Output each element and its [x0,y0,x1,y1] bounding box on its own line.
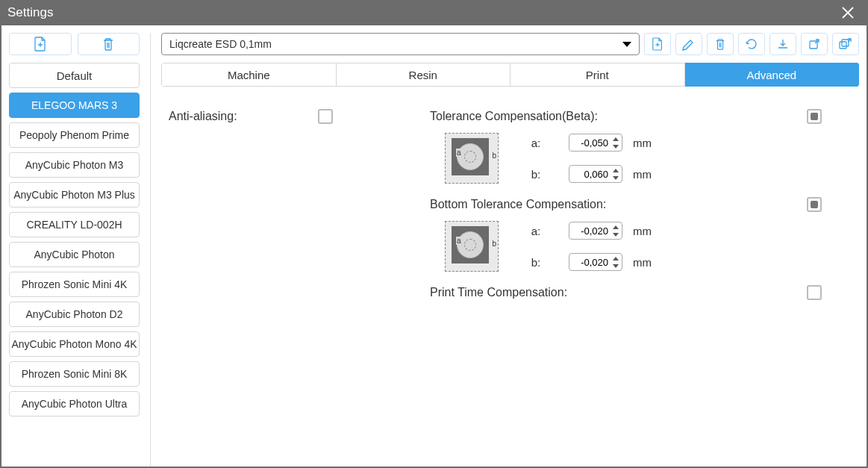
printer-item-1[interactable]: Peopoly Phenom Prime [9,122,140,148]
bottom-tol-b-down[interactable] [611,262,621,269]
printer-item-7[interactable]: AnyCubic Photon D2 [9,302,140,327]
profile-selected-label: Liqcreate ESD 0,1mm [169,38,272,50]
trash-icon [102,37,115,52]
default-button[interactable]: Default [9,63,140,88]
new-profile-button[interactable] [644,33,671,55]
close-icon [841,6,855,19]
bottom-tolerance-b-label: b: [513,256,558,269]
export-all-icon [838,37,853,51]
tabs: Machine Resin Print Advanced [161,63,859,87]
pencil-icon [682,37,696,51]
tolerance-comp-label: Tolerance Compensation(Beta): [430,110,598,123]
print-time-comp-checkbox[interactable] [807,285,822,300]
export-all-button[interactable] [832,33,859,55]
vertical-divider [150,33,151,467]
unit-label: mm [633,137,652,149]
tab-resin[interactable]: Resin [337,63,511,87]
import-icon [776,37,790,51]
file-plus-icon [652,37,664,51]
tolerance-a-up[interactable] [611,135,621,143]
profile-select[interactable]: Liqcreate ESD 0,1mm [161,33,640,55]
svg-rect-2 [842,40,849,46]
printer-item-6[interactable]: Phrozen Sonic Mini 4K [9,272,140,297]
refresh-button[interactable] [738,33,765,55]
tolerance-b-down[interactable] [611,174,621,181]
bottom-tolerance-a-label: a: [513,225,558,237]
bottom-tolerance-comp-checkbox[interactable] [807,197,822,212]
printer-item-3[interactable]: AnyCubic Photon M3 Plus [9,182,140,208]
tolerance-b-up[interactable] [611,166,621,174]
delete-profile-button[interactable] [707,33,734,55]
bottom-tol-b-up[interactable] [611,255,621,262]
print-time-comp-label: Print Time Compensation: [430,286,567,299]
trash-icon [714,37,726,51]
anti-aliasing-label: Anti-aliasing: [169,110,237,123]
tab-machine[interactable]: Machine [161,63,337,87]
unit-label: mm [633,168,652,181]
tolerance-b-label: b: [513,168,558,181]
printer-item-8[interactable]: AnyCubic Photon Mono 4K [9,331,140,357]
sidebar: Default ELEGOO MARS 3 Peopoly Phenom Pri… [9,33,140,467]
printer-item-2[interactable]: AnyCubic Photon M3 [9,152,140,178]
add-printer-button[interactable] [9,33,72,55]
tolerance-a-down[interactable] [611,143,621,150]
printer-item-0[interactable]: ELEGOO MARS 3 [9,93,140,118]
window-title: Settings [7,5,835,20]
edit-profile-button[interactable] [675,33,702,55]
file-plus-icon [34,37,47,52]
bottom-tol-a-down[interactable] [611,231,621,238]
tab-print[interactable]: Print [511,63,685,87]
svg-rect-1 [840,42,846,49]
printer-item-5[interactable]: AnyCubic Photon [9,242,140,267]
printer-item-10[interactable]: AnyCubic Photon Ultra [9,391,140,416]
close-button[interactable] [835,0,861,25]
export-icon [808,37,821,51]
tolerance-comp-checkbox[interactable] [807,109,822,124]
bottom-tolerance-comp-label: Bottom Tolerance Compensation: [430,198,606,211]
unit-label: mm [633,225,652,237]
delete-printer-button[interactable] [78,33,140,55]
chevron-down-icon [622,42,631,47]
unit-label: mm [633,256,652,269]
refresh-icon [745,37,758,51]
export-button[interactable] [801,33,828,55]
tab-advanced[interactable]: Advanced [685,63,860,87]
anti-aliasing-checkbox[interactable] [318,109,333,124]
printer-item-4[interactable]: CREALITY LD-002H [9,212,140,237]
printer-item-9[interactable]: Phrozen Sonic Mini 8K [9,361,140,387]
tolerance-diagram: ab [445,133,499,184]
titlebar: Settings [0,0,868,25]
import-button[interactable] [769,33,796,55]
bottom-tol-a-up[interactable] [611,223,621,231]
bottom-tolerance-diagram: ab [445,221,499,272]
tolerance-a-label: a: [513,137,558,149]
